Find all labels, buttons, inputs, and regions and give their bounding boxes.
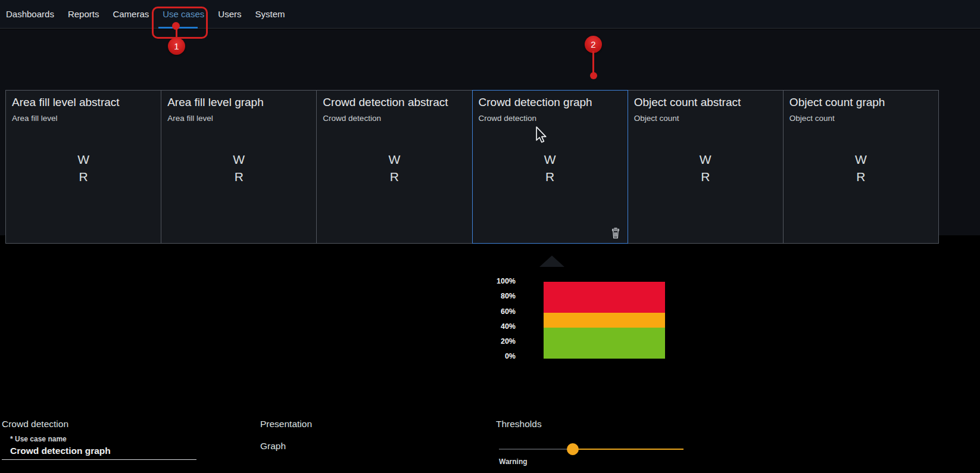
use-case-name-input[interactable]: Crowd detection graph xyxy=(10,446,111,456)
use-case-card-area-fill-level-abstract[interactable]: Area fill level abstractArea fill levelW… xyxy=(5,90,161,244)
nav-item-cameras[interactable]: Cameras xyxy=(113,9,149,19)
card-subtitle: Object count xyxy=(628,109,783,123)
y-axis-tick: 20% xyxy=(468,337,516,346)
card-wr-letters: WR xyxy=(161,151,316,185)
nav-item-dashboards[interactable]: Dashboards xyxy=(6,9,54,19)
use-case-name-input-underline xyxy=(2,459,196,460)
y-axis-tick: 0% xyxy=(468,352,516,360)
form-section-title: Crowd detection xyxy=(2,419,68,430)
threshold-zone-critical xyxy=(544,282,665,313)
nav-item-system[interactable]: System xyxy=(255,9,285,19)
presentation-value[interactable]: Graph xyxy=(260,441,286,452)
y-axis-tick: 80% xyxy=(468,292,516,300)
use-case-card-area-fill-level-graph[interactable]: Area fill level graphArea fill levelWR xyxy=(161,90,317,244)
card-title: Object count abstract xyxy=(628,91,783,109)
use-case-card-crowd-detection-graph[interactable]: Crowd detection graphCrowd detectionWR xyxy=(472,90,628,244)
card-subtitle: Area fill level xyxy=(6,109,161,123)
nav-item-use-cases[interactable]: Use cases xyxy=(163,9,204,19)
threshold-zone-normal xyxy=(544,328,665,359)
y-axis-tick: 100% xyxy=(468,277,516,285)
active-tab-underline xyxy=(158,27,198,29)
card-wr-letters: WR xyxy=(628,151,783,185)
slider-handle[interactable] xyxy=(567,443,579,455)
use-case-card-crowd-detection-abstract[interactable]: Crowd detection abstractCrowd detectionW… xyxy=(316,90,472,244)
card-subtitle: Object count xyxy=(784,109,938,123)
card-wr-letters: WR xyxy=(784,151,938,185)
card-wr-letters: WR xyxy=(317,151,472,185)
warning-threshold-label: Warning xyxy=(499,458,528,466)
thresholds-section-title: Thresholds xyxy=(496,419,542,430)
threshold-zone-warning xyxy=(544,313,665,328)
card-subtitle: Area fill level xyxy=(161,109,316,123)
threshold-chart-y-axis: 100%80%60%40%20%0% xyxy=(468,277,516,368)
card-title: Area fill level graph xyxy=(161,91,316,109)
card-title: Object count graph xyxy=(784,91,938,109)
card-title: Crowd detection graph xyxy=(473,91,628,109)
use-case-cards-row: Area fill level abstractArea fill levelW… xyxy=(5,90,939,244)
y-axis-tick: 40% xyxy=(468,322,516,331)
card-wr-letters: WR xyxy=(6,151,161,185)
nav-item-reports[interactable]: Reports xyxy=(68,9,99,19)
use-case-name-label: * Use case name xyxy=(10,435,67,443)
nav-bar: DashboardsReportsCamerasUse casesUsersSy… xyxy=(0,0,980,29)
card-subtitle: Crowd detection xyxy=(473,109,628,123)
detail-panel-caret xyxy=(539,256,564,267)
slider-track-unfilled[interactable] xyxy=(499,449,573,450)
y-axis-tick: 60% xyxy=(468,307,516,316)
mouse-cursor xyxy=(536,126,547,144)
slider-track-filled[interactable] xyxy=(573,449,683,450)
delete-use-case-button[interactable] xyxy=(610,227,621,240)
card-title: Area fill level abstract xyxy=(6,91,161,109)
presentation-section-title: Presentation xyxy=(260,419,312,430)
use-case-card-object-count-abstract[interactable]: Object count abstractObject countWR xyxy=(628,90,784,244)
warning-threshold-slider[interactable] xyxy=(499,443,683,455)
use-case-card-region: Area fill level abstractArea fill levelW… xyxy=(0,29,980,235)
card-subtitle: Crowd detection xyxy=(317,109,472,123)
card-wr-letters: WR xyxy=(473,151,628,185)
use-case-card-object-count-graph[interactable]: Object count graphObject countWR xyxy=(783,90,939,244)
card-title: Crowd detection abstract xyxy=(317,91,472,109)
threshold-chart xyxy=(544,282,665,359)
nav-item-users[interactable]: Users xyxy=(218,9,241,19)
